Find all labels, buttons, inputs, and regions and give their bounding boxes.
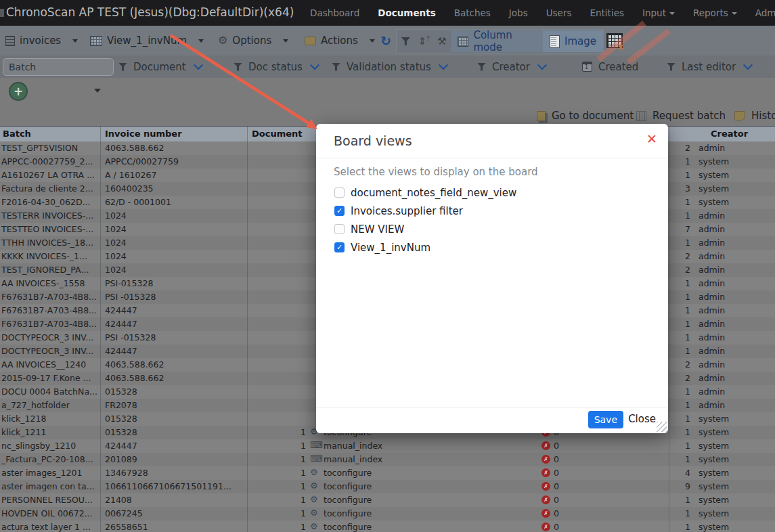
- column-divider: [669, 126, 669, 532]
- request-batch-button[interactable]: Request batch: [636, 106, 726, 125]
- creator-cell: system: [699, 170, 729, 180]
- view-dropdown[interactable]: View_1_invNum: [90, 26, 204, 56]
- keyboard-icon: ⌨: [310, 453, 323, 464]
- gear-icon: ⚙: [310, 521, 318, 531]
- image-mode-button[interactable]: Image: [543, 30, 603, 52]
- close-icon[interactable]: ✕: [646, 131, 657, 146]
- view-checkbox[interactable]: ✓: [334, 242, 345, 252]
- histor-button[interactable]: Histor: [734, 106, 775, 125]
- creator-cell: admin: [699, 400, 725, 410]
- toolbar: invoices View_1_invNum ⚙ Options Actions…: [0, 26, 775, 56]
- view-checkbox[interactable]: [334, 224, 345, 234]
- funnel-icon: [401, 37, 410, 45]
- nav-item-dashboard[interactable]: Dashboard: [310, 7, 359, 18]
- nav-item-jobs[interactable]: Jobs: [509, 7, 528, 18]
- nav-item-reports[interactable]: Reports: [693, 7, 737, 18]
- creator-cell: system: [699, 468, 729, 478]
- batch-cell: KKKK INVOICES-_1...: [1, 251, 99, 261]
- navbar: ChronoScan AP TEST (Jesus)(Dbg:DefaultDi…: [0, 0, 775, 26]
- table-row[interactable]: _Factura_PC-20-108...2010891⌨manual_inde…: [0, 453, 775, 466]
- invoice-cell: 4063.588.662: [105, 143, 246, 153]
- view-checkbox[interactable]: [334, 187, 345, 198]
- add-batch-button[interactable]: +: [9, 82, 28, 101]
- doc-count-cell: 1: [295, 522, 306, 532]
- invoice-cell: 21408: [105, 495, 246, 505]
- invoice-cell: 1066110667106671501191...: [105, 481, 246, 491]
- refresh-button[interactable]: ↻: [380, 26, 391, 56]
- creator-cell: system: [699, 454, 729, 464]
- nav-item-administra[interactable]: Administra: [755, 7, 775, 18]
- view-checkbox[interactable]: ✓: [334, 206, 345, 216]
- batch-cell: 2015-09-17 F.Kone ...: [1, 373, 99, 383]
- table-row[interactable]: actura text layer 1 ...265586511⚙toconfi…: [0, 520, 775, 532]
- batch-cell: DOCU 0004 BatchNa...: [1, 386, 99, 397]
- creator-cell: system: [699, 156, 729, 167]
- status-cell: toconfigure: [324, 522, 372, 532]
- column-mode-button[interactable]: Column mode: [451, 30, 543, 52]
- batch-search-input[interactable]: [3, 58, 114, 76]
- tools-button[interactable]: ⚒: [433, 30, 451, 52]
- invoices-dropdown[interactable]: invoices: [5, 26, 78, 56]
- status-cell: toconfigure: [324, 495, 372, 505]
- batch-cell: HOVDEN OIL 00672...: [1, 508, 99, 518]
- chevron-down-icon: [743, 60, 753, 70]
- table-row[interactable]: aster images_1201134679281⚙toconfigure✗0…: [0, 466, 775, 480]
- header-invoice[interactable]: Invoice number: [105, 129, 182, 139]
- nav-item-documents[interactable]: Documents: [378, 7, 435, 18]
- table-row[interactable]: aster imagen con ta...106611066710667150…: [0, 480, 775, 493]
- creator-cell: system: [699, 481, 729, 491]
- go-to-document-button[interactable]: Go to document: [537, 106, 634, 125]
- table-row[interactable]: PERSONNEL RESOU...214081⚙toconfigure✗01s…: [0, 493, 775, 507]
- filter-validation-status[interactable]: Validation status: [332, 56, 447, 78]
- table-row[interactable]: HOVDEN OIL 00672...00672451⚙toconfigure✗…: [0, 507, 775, 520]
- filter-button[interactable]: [397, 30, 415, 52]
- table-row[interactable]: nc_slingsby_12104244471⌨manual_index✗01s…: [0, 439, 775, 453]
- nav-item-entities[interactable]: Entities: [590, 7, 624, 18]
- nav-item-input[interactable]: Input: [642, 7, 675, 18]
- chevron-down-icon: [439, 60, 448, 70]
- view-options-list: document_notes_field_new_view✓Invoices.s…: [316, 183, 668, 257]
- toolbar-button-group: ⇕? ⚒ Column mode Image: [396, 29, 604, 53]
- doc-count-cell: 1: [295, 454, 306, 464]
- gear-icon: ⚙: [310, 494, 318, 504]
- sort-button[interactable]: ⇕?: [415, 30, 433, 52]
- menu-icon[interactable]: [0, 9, 4, 17]
- invoice-cell: 424447: [105, 319, 246, 329]
- header-batch[interactable]: Batch: [3, 129, 31, 139]
- close-column-mode-icon[interactable]: [606, 33, 623, 48]
- error-count-cell: 0: [554, 441, 559, 451]
- save-button[interactable]: Save: [588, 411, 623, 428]
- header-document[interactable]: Document: [252, 129, 303, 139]
- chevron-down-icon: [732, 12, 737, 15]
- filter-doc-status[interactable]: Doc status: [234, 56, 318, 78]
- copy-pages-icon: [537, 111, 546, 121]
- creator-cell: system: [699, 197, 729, 207]
- funnel-icon: [477, 63, 486, 71]
- column-mode-label: Column mode: [473, 29, 536, 53]
- filter-document[interactable]: Document: [118, 56, 202, 78]
- header-creator[interactable]: Creator: [711, 129, 748, 139]
- calendar-icon: [582, 62, 592, 72]
- batch-cell: F2016-04-30_062D...: [1, 197, 99, 207]
- filter-creator[interactable]: Creator: [477, 56, 546, 78]
- filter-created[interactable]: Created: [582, 56, 638, 78]
- actions-dropdown[interactable]: Actions: [305, 26, 375, 56]
- actions-dropdown-label: Actions: [321, 35, 358, 47]
- filter-label: Document: [133, 61, 186, 73]
- error-icon: ✗: [541, 441, 550, 450]
- resize-grip[interactable]: [657, 422, 667, 432]
- add-dropdown-caret[interactable]: [94, 89, 101, 93]
- filter-last-editor[interactable]: Last editor: [667, 56, 751, 78]
- invoice-cell: 0067245: [105, 508, 246, 518]
- batch-cell: AA INVOICES-_1558: [1, 278, 99, 288]
- close-button[interactable]: Close: [628, 413, 656, 425]
- nav-item-batches[interactable]: Batches: [454, 7, 491, 18]
- count-cell: 9: [657, 481, 690, 491]
- options-dropdown[interactable]: ⚙ Options: [218, 26, 288, 56]
- invoice-cell: 1024: [105, 265, 246, 275]
- package-icon: [636, 111, 646, 121]
- batch-cell: TESTTEO INVOICES-...: [1, 224, 99, 234]
- batch-cell: a_727_hotfolder: [1, 400, 99, 410]
- nav-item-users[interactable]: Users: [546, 7, 572, 18]
- creator-cell: admin: [699, 238, 725, 248]
